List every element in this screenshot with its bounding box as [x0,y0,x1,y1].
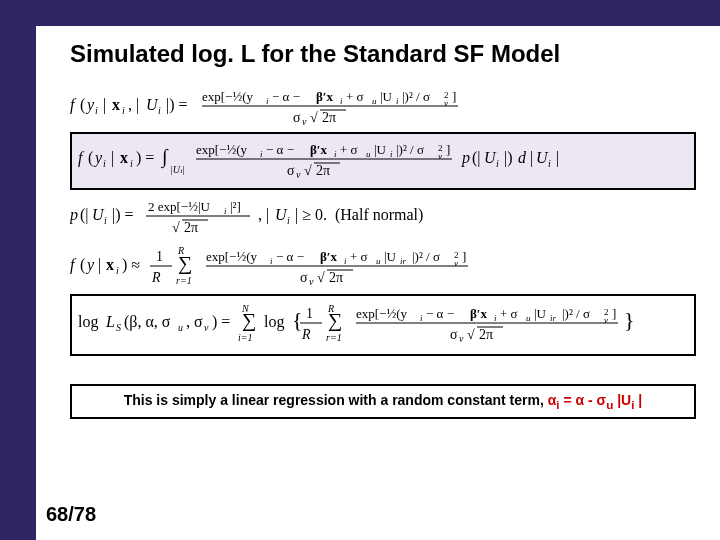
svg-text:2π: 2π [316,163,330,178]
svg-text:|: | [556,149,559,167]
svg-text:R: R [151,270,161,285]
svg-text:exp[−½(y: exp[−½(y [202,89,254,104]
note-box: This is simply a linear regression with … [70,384,696,419]
svg-text:]: ] [446,142,450,157]
left-banner [0,26,36,540]
svg-text:ir: ir [550,313,557,323]
svg-text:|U: |U [374,142,387,157]
svg-text:|: | [103,96,106,114]
svg-text:|U: |U [384,249,397,264]
svg-text:2π: 2π [479,327,493,342]
svg-text:|U: |U [534,306,547,321]
svg-text:|U: |U [380,89,393,104]
svg-text:i: i [287,215,290,226]
svg-text:|): |) [504,149,513,167]
svg-text:∫: ∫ [160,145,169,169]
svg-text:u: u [372,96,377,106]
svg-text:i: i [340,96,343,106]
svg-text:{: { [292,307,303,332]
svg-text:) ≈: ) ≈ [122,256,140,274]
svg-text:f: f [70,96,77,114]
svg-text:√: √ [467,327,475,342]
svg-text:i: i [266,96,269,106]
svg-text:v: v [296,169,301,180]
svg-text:r=1: r=1 [176,275,192,286]
svg-text:, σ: , σ [186,313,203,330]
svg-text:i: i [130,158,133,169]
svg-text:|) =: |) = [166,96,188,114]
svg-text:β′x: β′x [470,306,488,321]
svg-text:|) =: |) = [112,206,134,224]
svg-text:+ σ: + σ [350,249,368,264]
svg-text:− α −: − α − [266,142,294,157]
svg-text:β′x: β′x [310,142,328,157]
svg-text:1: 1 [306,306,313,321]
svg-text:|)² / σ: |)² / σ [396,142,424,157]
svg-text:i: i [103,158,106,169]
note-lead: This is simply a linear regression with … [124,392,548,408]
svg-text:L: L [105,313,115,330]
svg-text:i: i [390,149,393,159]
svg-text:r=1: r=1 [326,332,342,343]
svg-text:i: i [548,158,551,169]
svg-text:x: x [112,96,120,113]
svg-text:(|: (| [80,206,89,224]
svg-text:) =: ) = [136,149,154,167]
svg-text:i: i [158,105,161,116]
svg-text:y: y [85,96,95,114]
equation-simulated-loglik: log LS (β, α, σu , σv ) = ∑ N i=1 log { … [70,294,696,356]
svg-text:, |: , | [128,96,139,114]
svg-text:]: ] [462,249,466,264]
svg-text:]: ] [612,306,616,321]
svg-text:β′x: β′x [316,89,334,104]
svg-text:|)² / σ: |)² / σ [562,306,590,321]
svg-text:y: y [85,256,95,274]
svg-text:ir: ir [400,256,407,266]
svg-text:σ: σ [287,163,295,178]
svg-text:R: R [301,327,311,342]
svg-text:i: i [116,265,119,276]
equation-density-conditional: f ( yi | xi , | Ui |) = exp[−½(yi − α − … [70,84,696,128]
svg-text:|: | [530,149,533,167]
svg-text:]: ] [452,89,456,104]
svg-text:2 exp[−½|U: 2 exp[−½|U [148,199,211,214]
svg-text:i: i [122,105,125,116]
svg-text:− α −: − α − [276,249,304,264]
svg-text:u: u [376,256,381,266]
svg-text:+ σ: + σ [340,142,358,157]
svg-text:}: } [624,307,635,332]
svg-text:− α −: − α − [426,306,454,321]
svg-text:log: log [264,313,284,331]
svg-text:p: p [70,206,78,224]
svg-text:(: ( [88,149,93,167]
svg-text:|Uᵢ|: |Uᵢ| [170,164,185,175]
svg-text:y: y [93,149,103,167]
page-number: 68/78 [46,503,96,526]
svg-text:i: i [224,206,227,216]
svg-text:u: u [178,322,183,333]
svg-text:v: v [459,333,464,344]
svg-text:2π: 2π [329,270,343,285]
svg-text:log: log [78,313,98,331]
svg-text:|)² / σ: |)² / σ [412,249,440,264]
svg-text:+ σ: + σ [500,306,518,321]
note-eq: αi = α - σu |Ui | [548,392,643,408]
equation-integrated-density: f ( yi | xi ) = ∫|Uᵢ| exp[−½(yi − α − β′… [70,132,696,190]
svg-text:(: ( [80,256,85,274]
svg-text:| ≥ 0.  (Half normal): | ≥ 0. (Half normal) [295,206,423,224]
svg-text:p: p [461,149,470,167]
svg-text:, |: , | [258,206,269,224]
svg-text:u: u [366,149,371,159]
svg-text:− α −: − α − [272,89,300,104]
equation-half-normal: p (| Ui |) = 2 exp[−½|Ui |²] √ 2π , | Ui… [70,194,696,238]
svg-text:i: i [420,313,423,323]
svg-text:σ: σ [300,270,308,285]
svg-text:i: i [344,256,347,266]
svg-text:i: i [104,215,107,226]
svg-text:+ σ: + σ [346,89,364,104]
svg-text:(: ( [80,96,85,114]
svg-text:i=1: i=1 [238,332,253,343]
svg-text:d: d [518,149,527,166]
svg-text:i: i [334,149,337,159]
svg-text:exp[−½(y: exp[−½(y [206,249,258,264]
